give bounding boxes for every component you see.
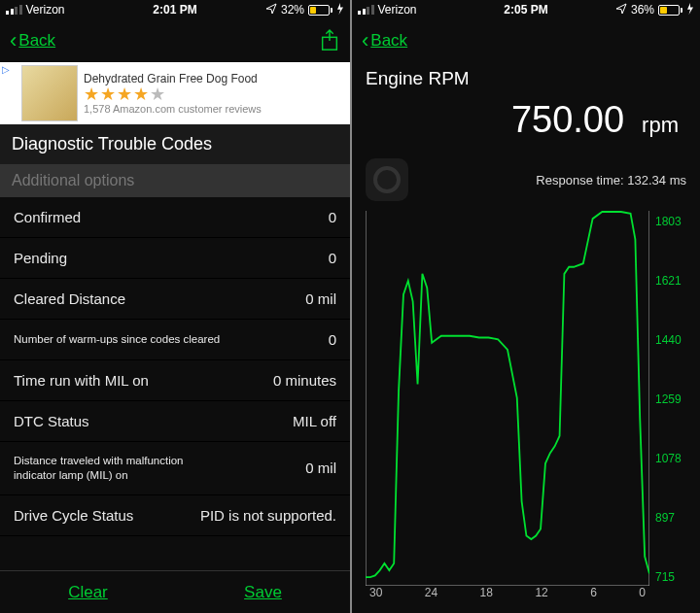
phone-left: Verizon 2:01 PM 32% ‹ Back (0, 0, 350, 613)
battery-fill (310, 7, 316, 14)
battery-fill (660, 7, 667, 14)
share-button[interactable] (319, 28, 340, 53)
battery-pct: 36% (631, 3, 654, 17)
battery-icon (658, 5, 682, 16)
location-icon (615, 3, 627, 17)
rpm-series (366, 212, 649, 577)
chevron-left-icon: ‹ (10, 30, 17, 51)
metric-unit: rpm (642, 113, 679, 138)
x-axis: 30 24 18 12 6 0 (366, 586, 649, 605)
ad-image (21, 65, 78, 121)
chevron-left-icon: ‹ (362, 30, 368, 51)
bottom-toolbar: Clear Save (0, 570, 350, 613)
back-label: Back (18, 31, 55, 51)
row-distance-mil-on[interactable]: Distance traveled with malfunction indic… (0, 442, 350, 495)
signal-icon (6, 5, 22, 15)
rpm-chart: 30 24 18 12 6 0 1803 1621 1440 1259 1078… (366, 211, 686, 605)
status-bar: Verizon 2:05 PM 36% (352, 0, 700, 19)
row-time-mil-on[interactable]: Time run with MIL on0 minutes (0, 360, 350, 401)
clear-button[interactable]: Clear (68, 583, 108, 602)
row-cleared-distance[interactable]: Cleared Distance0 mil (0, 279, 350, 320)
ad-reviews: 1,578 Amazon.com customer reviews (84, 103, 344, 115)
battery-pct: 32% (281, 3, 304, 17)
metric-title: Engine RPM (366, 68, 686, 89)
save-button[interactable]: Save (244, 583, 282, 602)
signal-icon (358, 5, 374, 15)
response-time: Response time: 132.34 ms (536, 173, 686, 187)
location-icon (265, 3, 277, 17)
status-bar: Verizon 2:01 PM 32% (0, 0, 350, 19)
carrier-label: Verizon (26, 3, 65, 17)
dtc-list: Confirmed0 Pending0 Cleared Distance0 mi… (0, 197, 350, 570)
back-button[interactable]: ‹ Back (362, 30, 407, 51)
row-confirmed[interactable]: Confirmed0 (0, 197, 350, 238)
ad-marker-icon: ▷ (2, 64, 10, 75)
ad-stars: ★★★★★ (84, 85, 344, 103)
charging-icon (336, 3, 344, 17)
nav-bar: ‹ Back (352, 19, 700, 62)
battery-icon (308, 5, 332, 16)
record-button[interactable] (366, 158, 408, 201)
nav-bar: ‹ Back (0, 19, 350, 62)
row-dtc-status[interactable]: DTC StatusMIL off (0, 401, 350, 442)
phone-right: Verizon 2:05 PM 36% ‹ Back Engine RPM 75… (350, 0, 700, 613)
metric-readout: 750.00 rpm (366, 99, 686, 141)
metric-value: 750.00 (511, 99, 624, 141)
back-label: Back (370, 31, 407, 51)
subheader-additional-options[interactable]: Additional options (0, 164, 350, 197)
charging-icon (686, 3, 694, 17)
row-warmups[interactable]: Number of warm-ups since codes cleared0 (0, 320, 350, 360)
y-axis: 1803 1621 1440 1259 1078 897 715 (649, 211, 686, 605)
row-pending[interactable]: Pending0 (0, 238, 350, 279)
ad-title: Dehydrated Grain Free Dog Food (84, 72, 344, 85)
back-button[interactable]: ‹ Back (10, 30, 55, 51)
row-drive-cycle[interactable]: Drive Cycle StatusPID is not supported. (0, 495, 350, 536)
ad-banner[interactable]: ▷ Dehydrated Grain Free Dog Food ★★★★★ 1… (0, 62, 350, 124)
record-icon (373, 166, 401, 193)
carrier-label: Verizon (378, 3, 417, 17)
section-title: Diagnostic Trouble Codes (0, 124, 350, 164)
